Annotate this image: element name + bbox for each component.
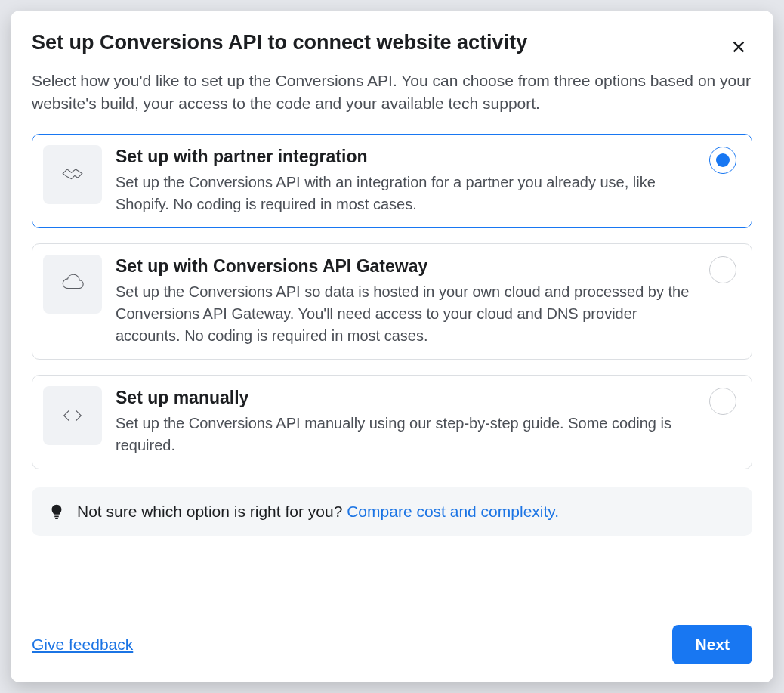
close-button[interactable] [725,33,752,60]
option-description: Set up the Conversions API manually usin… [116,413,696,456]
option-manual[interactable]: Set up manually Set up the Conversions A… [32,375,752,469]
option-partner-integration[interactable]: Set up with partner integration Set up t… [32,134,752,228]
option-title: Set up with Conversions API Gateway [116,256,696,277]
option-api-gateway[interactable]: Set up with Conversions API Gateway Set … [32,243,752,360]
hint-banner: Not sure which option is right for you? … [32,487,752,536]
option-body: Set up manually Set up the Conversions A… [116,386,696,456]
modal-footer: Give feedback Next [32,595,752,664]
radio-api-gateway[interactable] [709,256,736,283]
option-body: Set up with partner integration Set up t… [116,145,696,215]
next-button[interactable]: Next [672,625,752,664]
radio-manual[interactable] [709,388,736,415]
hint-prefix: Not sure which option is right for you? [77,503,347,520]
option-title: Set up manually [116,388,696,408]
close-icon [730,39,747,55]
hint-text: Not sure which option is right for you? … [77,503,559,521]
modal-description: Select how you'd like to set up the Conv… [32,70,752,116]
option-description: Set up the Conversions API so data is ho… [116,281,696,347]
give-feedback-link[interactable]: Give feedback [32,636,133,654]
option-body: Set up with Conversions API Gateway Set … [116,255,696,347]
cloud-icon [43,255,102,314]
handshake-icon [43,145,102,204]
option-title: Set up with partner integration [116,147,696,167]
modal-header: Set up Conversions API to connect websit… [32,30,752,70]
code-icon [43,386,102,445]
lightbulb-icon [48,503,65,520]
option-description: Set up the Conversions API with an integ… [116,172,696,215]
radio-partner-integration[interactable] [709,147,736,174]
compare-link[interactable]: Compare cost and complexity. [347,503,559,520]
setup-modal: Set up Conversions API to connect websit… [11,11,773,682]
modal-title: Set up Conversions API to connect websit… [32,30,527,56]
options-list: Set up with partner integration Set up t… [32,134,752,469]
